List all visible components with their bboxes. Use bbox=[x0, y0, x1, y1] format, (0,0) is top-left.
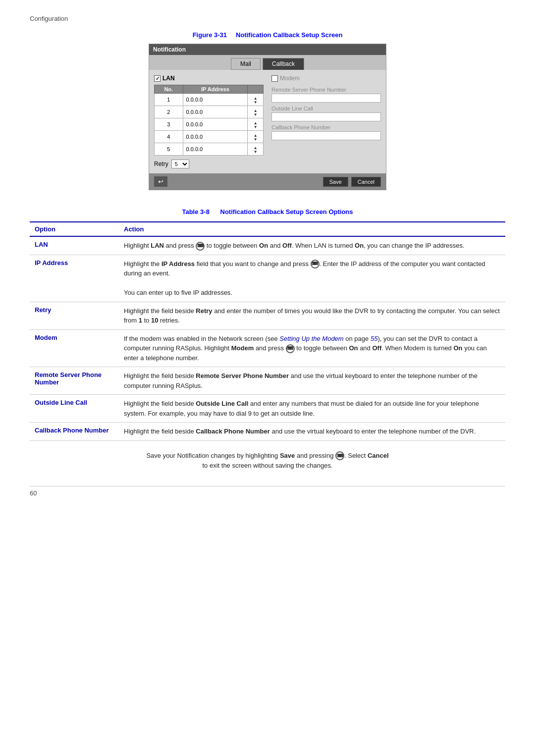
outside-line-call-input[interactable] bbox=[271, 112, 381, 121]
lan-text: LAN bbox=[162, 75, 175, 82]
table-title: Table 3-8 Notification Callback Setup Sc… bbox=[30, 208, 505, 216]
notification-box: Notification Mail Callback ✓ LAN No. IP … bbox=[149, 44, 386, 190]
ip-row-ip[interactable]: 0.0.0.0 bbox=[183, 106, 248, 118]
page-header: Configuration bbox=[30, 15, 505, 22]
ip-row-ip[interactable]: 0.0.0.0 bbox=[183, 118, 248, 131]
lan-checkbox[interactable]: ✓ bbox=[154, 75, 160, 82]
table-row: LAN Highlight LAN and press ⌨ to toggle … bbox=[30, 236, 505, 255]
ip-table-row: 4 0.0.0.0 ▲ ▼ bbox=[155, 131, 264, 143]
modem-label: Modem bbox=[271, 75, 381, 82]
tab-mail[interactable]: Mail bbox=[231, 58, 261, 70]
notif-footer: ↩ Save Cancel bbox=[149, 173, 386, 190]
notif-left: ✓ LAN No. IP Address 1 0.0.0.0 bbox=[154, 75, 264, 168]
notif-titlebar: Notification bbox=[149, 44, 386, 55]
ip-row-no: 3 bbox=[155, 118, 183, 131]
option-label: Remote Server PhoneNumber bbox=[30, 367, 119, 395]
table-row: Callback Phone Number Highlight the fiel… bbox=[30, 423, 505, 441]
table-number: Table 3-8 bbox=[182, 208, 209, 216]
callback-phone-number-label: Callback Phone Number bbox=[271, 124, 381, 130]
col-option-header: Option bbox=[30, 222, 119, 236]
notif-right: Modem Remote Server Phone Number Outside… bbox=[271, 75, 381, 168]
retry-row: Retry 5 bbox=[154, 160, 264, 168]
lan-label: ✓ LAN bbox=[154, 75, 264, 82]
table-row: Remote Server PhoneNumber Highlight the … bbox=[30, 367, 505, 395]
page-number: 60 bbox=[30, 486, 505, 497]
ip-table-row: 3 0.0.0.0 ▲ ▼ bbox=[155, 118, 264, 131]
options-table: Option Action LAN Highlight LAN and pres… bbox=[30, 221, 505, 441]
table-row: IP Address Highlight the IP Address fiel… bbox=[30, 255, 505, 302]
ip-row-spinner[interactable]: ▲ ▼ bbox=[248, 118, 264, 131]
option-action: Highlight the field beside Retry and ent… bbox=[119, 302, 505, 329]
option-label: Modem bbox=[30, 329, 119, 367]
table-row: Outside Line Call Highlight the field be… bbox=[30, 395, 505, 423]
ip-row-spinner[interactable]: ▲ ▼ bbox=[248, 131, 264, 143]
table-row: Retry Highlight the field beside Retry a… bbox=[30, 302, 505, 329]
ip-row-no: 1 bbox=[155, 94, 183, 106]
modem-text: Modem bbox=[280, 75, 300, 82]
option-action: Highlight the field beside Remote Server… bbox=[119, 367, 505, 395]
option-action: If the modem was enabled in the Network … bbox=[119, 329, 505, 367]
option-action: Highlight the field beside Callback Phon… bbox=[119, 423, 505, 441]
col-no: No. bbox=[155, 85, 183, 94]
option-label: Retry bbox=[30, 302, 119, 329]
retry-label: Retry bbox=[154, 161, 168, 167]
retry-select[interactable]: 5 bbox=[171, 160, 189, 168]
ip-row-ip[interactable]: 0.0.0.0 bbox=[183, 94, 248, 106]
ip-row-spinner[interactable]: ▲ ▼ bbox=[248, 106, 264, 118]
remote-server-phone-input[interactable] bbox=[271, 94, 381, 103]
figure-title-text: Notification Callback Setup Screen bbox=[236, 31, 342, 39]
table-title-text: Notification Callback Setup Screen Optio… bbox=[220, 208, 353, 216]
ip-row-ip[interactable]: 0.0.0.0 bbox=[183, 131, 248, 143]
option-label: Callback Phone Number bbox=[30, 423, 119, 441]
remote-server-phone-label: Remote Server Phone Number bbox=[271, 87, 381, 93]
table-section: Table 3-8 Notification Callback Setup Sc… bbox=[30, 208, 505, 441]
table-row: Modem If the modem was enabled in the Ne… bbox=[30, 329, 505, 367]
save-button[interactable]: Save bbox=[323, 177, 348, 187]
notif-body: ✓ LAN No. IP Address 1 0.0.0.0 bbox=[149, 70, 386, 173]
col-action-header: Action bbox=[119, 222, 505, 236]
ip-table-row: 1 0.0.0.0 ▲ ▼ bbox=[155, 94, 264, 106]
figure-title: Figure 3-31 Notification Callback Setup … bbox=[193, 31, 343, 39]
modem-checkbox[interactable] bbox=[271, 75, 278, 82]
col-spinner-header bbox=[248, 85, 264, 94]
option-action: Highlight the IP Address field that you … bbox=[119, 255, 505, 302]
option-label: IP Address bbox=[30, 255, 119, 302]
notif-tabs: Mail Callback bbox=[149, 55, 386, 70]
figure-container: Figure 3-31 Notification Callback Setup … bbox=[30, 31, 505, 190]
back-button[interactable]: ↩ bbox=[154, 176, 167, 187]
option-label: LAN bbox=[30, 236, 119, 255]
ip-row-no: 4 bbox=[155, 131, 183, 143]
ip-table: No. IP Address 1 0.0.0.0 ▲ ▼ 2 0.0.0.0 bbox=[154, 85, 264, 156]
option-action: Highlight LAN and press ⌨ to toggle betw… bbox=[119, 236, 505, 255]
ip-row-no: 5 bbox=[155, 143, 183, 156]
ip-row-spinner[interactable]: ▲ ▼ bbox=[248, 94, 264, 106]
tab-callback[interactable]: Callback bbox=[263, 58, 304, 70]
ip-row-ip[interactable]: 0.0.0.0 bbox=[183, 143, 248, 156]
figure-number: Figure 3-31 bbox=[193, 31, 227, 39]
col-ip: IP Address bbox=[183, 85, 248, 94]
option-action: Highlight the field beside Outside Line … bbox=[119, 395, 505, 423]
footer-note: Save your Notification changes by highli… bbox=[30, 451, 505, 472]
cancel-button[interactable]: Cancel bbox=[351, 177, 381, 187]
callback-phone-number-input[interactable] bbox=[271, 131, 381, 140]
option-label: Outside Line Call bbox=[30, 395, 119, 423]
ip-row-spinner[interactable]: ▲ ▼ bbox=[248, 143, 264, 156]
ip-row-no: 2 bbox=[155, 106, 183, 118]
outside-line-call-label: Outside Line Call bbox=[271, 106, 381, 111]
ip-table-row: 5 0.0.0.0 ▲ ▼ bbox=[155, 143, 264, 156]
ip-table-row: 2 0.0.0.0 ▲ ▼ bbox=[155, 106, 264, 118]
